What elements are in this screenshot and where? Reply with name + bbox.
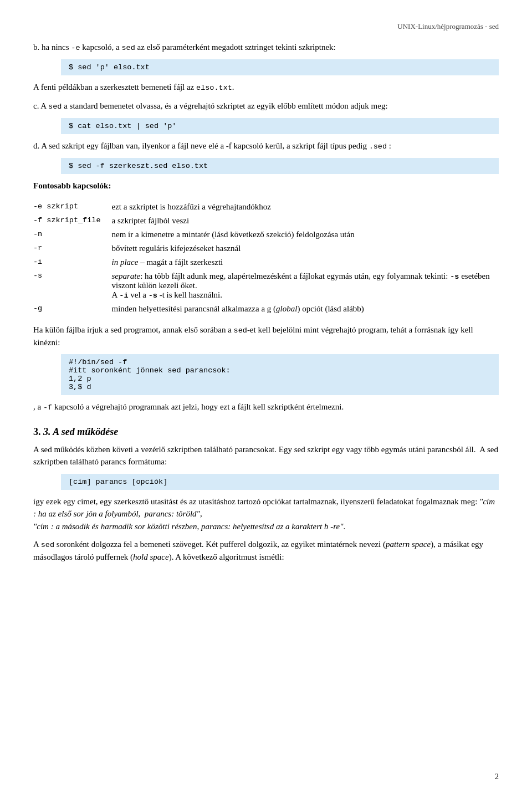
desc-r: bővített reguláris kifejezéseket használ <box>106 242 499 255</box>
hold-space: hold space <box>133 553 169 561</box>
desc-f: a szkriptet fájlból veszi <box>106 214 499 228</box>
paragraph-kulon: Ha külön fájlba írjuk a sed programot, a… <box>33 324 499 349</box>
table-row: -i in place – magát a fájlt szerkeszti <box>33 255 499 269</box>
key-n: -n <box>33 228 106 242</box>
pattern-space: pattern space <box>386 540 431 549</box>
desc-g: minden helyettesítési parancsnál alkalma… <box>106 302 499 316</box>
key-f: -f szkript_file <box>33 214 106 228</box>
sed-ref-c: sed <box>48 103 62 111</box>
code-shebang: #!/bin/sed -f #itt soronként jönnek sed … <box>61 354 499 395</box>
code-cat-elso: $ cat elso.txt | sed 'p' <box>61 118 499 134</box>
table-row: -f szkript_file a szkriptet fájlból vesz… <box>33 214 499 228</box>
paragraph-b: b. ha nincs -e kapcsoló, a sed az első p… <box>33 41 499 54</box>
page-number: 2 <box>495 773 499 781</box>
desc-n: nem ír a kimenetre a mintatér (lásd köve… <box>106 228 499 242</box>
key-i: -i <box>33 255 106 269</box>
table-row: -n nem ír a kimenetre a mintatér (lásd k… <box>33 228 499 242</box>
key-r: -r <box>33 242 106 255</box>
kapcsolok-heading-text: Fontosabb kapcsolók: <box>33 181 111 190</box>
key-e: -e szkript <box>33 200 106 214</box>
table-row: -s separate: ha több fájlt adunk meg, al… <box>33 269 499 302</box>
page-header: UNIX-Linux/héjprogramozás - sed <box>33 22 499 31</box>
e-flag: -e <box>71 44 80 52</box>
code-sed-f: $ sed -f szerkeszt.sed elso.txt <box>61 158 499 174</box>
desc-s: separate: ha több fájlt adunk meg, alapé… <box>106 269 499 302</box>
paragraph-af: , a -f kapcsoló a végrehajtó programnak … <box>33 401 499 413</box>
section3-number: 3. <box>33 426 41 437</box>
desc-i: in place – magát a fájlt szerkeszti <box>106 255 499 269</box>
sed-ref-kulon: sed <box>234 326 247 335</box>
section3-p2: így ezek egy címet, egy szerkesztő utasí… <box>33 495 499 533</box>
paragraph-d: d. A sed szkript egy fájlban van, ilyenk… <box>33 140 499 152</box>
key-g: -g <box>33 302 106 316</box>
paragraph-fenti: A fenti példákban a szerkesztett bemenet… <box>33 81 499 94</box>
quote2: "cím : a második és harmadik sor közötti… <box>33 522 343 531</box>
section3-p1: A sed működés közben követi a vezérlő sz… <box>33 443 499 468</box>
desc-e: ezt a szkriptet is hozzáfűzi a végrehajt… <box>106 200 499 214</box>
paragraph-c: c. A sed a standard bemenetet olvassa, é… <box>33 100 499 112</box>
table-row: -g minden helyettesítési parancsnál alka… <box>33 302 499 316</box>
table-row: -r bővített reguláris kifejezéseket hasz… <box>33 242 499 255</box>
section3-heading: 3. 3. A sed működése <box>33 426 499 438</box>
kapcsolok-heading: Fontosabb kapcsolók: <box>33 180 499 192</box>
code-cim-parancs: [cím] parancs [opciók] <box>61 474 499 490</box>
kapcsolok-table: -e szkript ezt a szkriptet is hozzáfűzi … <box>33 200 499 316</box>
code-sed-p: $ sed 'p' elso.txt <box>61 59 499 75</box>
sed-ref-p3: sed <box>41 541 54 549</box>
section3-title: 3. A sed működése <box>43 426 118 437</box>
section3-p3: A sed soronként dolgozza fel a bemeneti … <box>33 538 499 564</box>
b-text: kapcsoló, a sed az első paraméterként me… <box>80 43 336 52</box>
b-label: b. ha nincs <box>33 43 71 52</box>
elso-txt-ref: elso.txt <box>196 84 232 92</box>
sed-ext: .sed <box>369 142 387 151</box>
quote1: "cím : ha az első sor jön a folyamból, p… <box>33 497 495 519</box>
key-s: -s <box>33 269 106 302</box>
f-flag-ref: -f <box>43 403 52 412</box>
header-title: UNIX-Linux/héjprogramozás - sed <box>397 22 499 30</box>
table-row: -e szkript ezt a szkriptet is hozzáfűzi … <box>33 200 499 214</box>
